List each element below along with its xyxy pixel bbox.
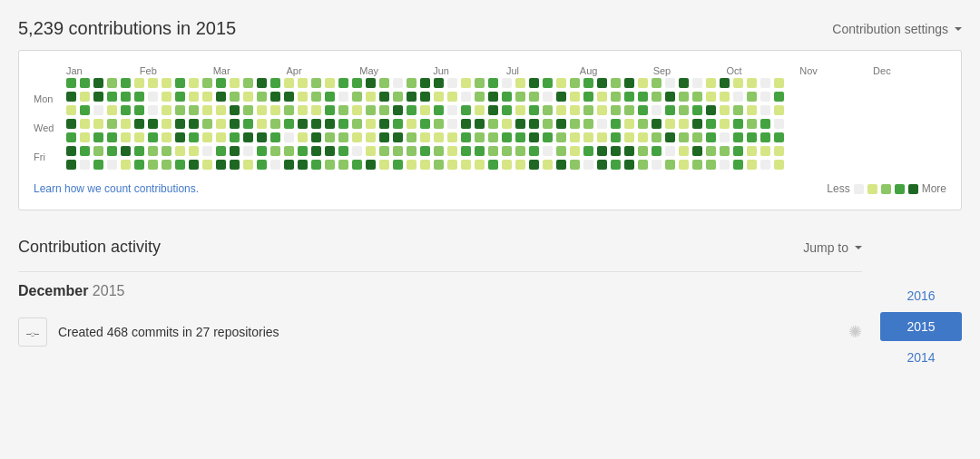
- day-cell[interactable]: [216, 132, 226, 142]
- day-cell[interactable]: [420, 146, 430, 156]
- day-cell[interactable]: [488, 92, 498, 102]
- day-cell[interactable]: [515, 146, 525, 156]
- day-cell[interactable]: [420, 160, 430, 170]
- day-cell[interactable]: [66, 92, 76, 102]
- day-cell[interactable]: [447, 78, 457, 88]
- day-cell[interactable]: [461, 92, 471, 102]
- day-cell[interactable]: [243, 78, 253, 88]
- day-cell[interactable]: [338, 160, 348, 170]
- day-cell[interactable]: [148, 92, 158, 102]
- day-cell[interactable]: [502, 132, 512, 142]
- contribution-settings-button[interactable]: Contribution settings: [832, 22, 962, 36]
- day-cell[interactable]: [434, 105, 444, 115]
- day-cell[interactable]: [475, 119, 485, 129]
- day-cell[interactable]: [733, 105, 743, 115]
- day-cell[interactable]: [338, 78, 348, 88]
- day-cell[interactable]: [230, 105, 240, 115]
- day-cell[interactable]: [121, 78, 131, 88]
- day-cell[interactable]: [733, 146, 743, 156]
- day-cell[interactable]: [652, 78, 662, 88]
- day-cell[interactable]: [134, 105, 144, 115]
- day-cell[interactable]: [379, 119, 389, 129]
- day-cell[interactable]: [774, 92, 784, 102]
- day-cell[interactable]: [461, 105, 471, 115]
- day-cell[interactable]: [93, 132, 103, 142]
- day-cell[interactable]: [638, 160, 648, 170]
- day-cell[interactable]: [393, 160, 403, 170]
- day-cell[interactable]: [475, 160, 485, 170]
- day-cell[interactable]: [706, 105, 716, 115]
- day-cell[interactable]: [733, 92, 743, 102]
- day-cell[interactable]: [665, 160, 675, 170]
- day-cell[interactable]: [148, 78, 158, 88]
- day-cell[interactable]: [747, 132, 757, 142]
- day-cell[interactable]: [624, 119, 634, 129]
- day-cell[interactable]: [352, 132, 362, 142]
- day-cell[interactable]: [189, 78, 199, 88]
- day-cell[interactable]: [366, 78, 376, 88]
- day-cell[interactable]: [93, 92, 103, 102]
- day-cell[interactable]: [447, 132, 457, 142]
- day-cell[interactable]: [652, 160, 662, 170]
- day-cell[interactable]: [611, 105, 621, 115]
- day-cell[interactable]: [352, 160, 362, 170]
- day-cell[interactable]: [597, 78, 607, 88]
- day-cell[interactable]: [624, 146, 634, 156]
- day-cell[interactable]: [747, 146, 757, 156]
- day-cell[interactable]: [284, 92, 294, 102]
- day-cell[interactable]: [325, 146, 335, 156]
- day-cell[interactable]: [638, 105, 648, 115]
- jump-to-button[interactable]: Jump to: [803, 240, 862, 255]
- day-cell[interactable]: [311, 146, 321, 156]
- day-cell[interactable]: [107, 92, 117, 102]
- day-cell[interactable]: [230, 78, 240, 88]
- day-cell[interactable]: [570, 146, 580, 156]
- day-cell[interactable]: [447, 160, 457, 170]
- day-cell[interactable]: [325, 132, 335, 142]
- day-cell[interactable]: [543, 146, 553, 156]
- day-cell[interactable]: [202, 78, 212, 88]
- day-cell[interactable]: [325, 160, 335, 170]
- day-cell[interactable]: [162, 92, 172, 102]
- day-cell[interactable]: [447, 92, 457, 102]
- day-cell[interactable]: [298, 105, 308, 115]
- day-cell[interactable]: [706, 92, 716, 102]
- day-cell[interactable]: [515, 132, 525, 142]
- day-cell[interactable]: [706, 160, 716, 170]
- day-cell[interactable]: [202, 119, 212, 129]
- day-cell[interactable]: [338, 146, 348, 156]
- day-cell[interactable]: [366, 160, 376, 170]
- day-cell[interactable]: [556, 78, 566, 88]
- day-cell[interactable]: [189, 105, 199, 115]
- day-cell[interactable]: [570, 132, 580, 142]
- day-cell[interactable]: [679, 78, 689, 88]
- day-cell[interactable]: [543, 92, 553, 102]
- day-cell[interactable]: [366, 105, 376, 115]
- day-cell[interactable]: [706, 146, 716, 156]
- day-cell[interactable]: [665, 146, 675, 156]
- day-cell[interactable]: [488, 132, 498, 142]
- day-cell[interactable]: [502, 160, 512, 170]
- day-cell[interactable]: [515, 160, 525, 170]
- day-cell[interactable]: [80, 146, 90, 156]
- day-cell[interactable]: [257, 132, 267, 142]
- day-cell[interactable]: [121, 119, 131, 129]
- day-cell[interactable]: [611, 78, 621, 88]
- day-cell[interactable]: [583, 146, 593, 156]
- day-cell[interactable]: [338, 119, 348, 129]
- day-cell[interactable]: [80, 132, 90, 142]
- day-cell[interactable]: [652, 119, 662, 129]
- day-cell[interactable]: [270, 132, 280, 142]
- day-cell[interactable]: [679, 160, 689, 170]
- day-cell[interactable]: [270, 78, 280, 88]
- day-cell[interactable]: [638, 78, 648, 88]
- day-cell[interactable]: [107, 119, 117, 129]
- day-cell[interactable]: [230, 132, 240, 142]
- day-cell[interactable]: [543, 160, 553, 170]
- day-cell[interactable]: [611, 146, 621, 156]
- day-cell[interactable]: [134, 92, 144, 102]
- day-cell[interactable]: [379, 78, 389, 88]
- day-cell[interactable]: [325, 105, 335, 115]
- day-cell[interactable]: [80, 78, 90, 88]
- day-cell[interactable]: [189, 132, 199, 142]
